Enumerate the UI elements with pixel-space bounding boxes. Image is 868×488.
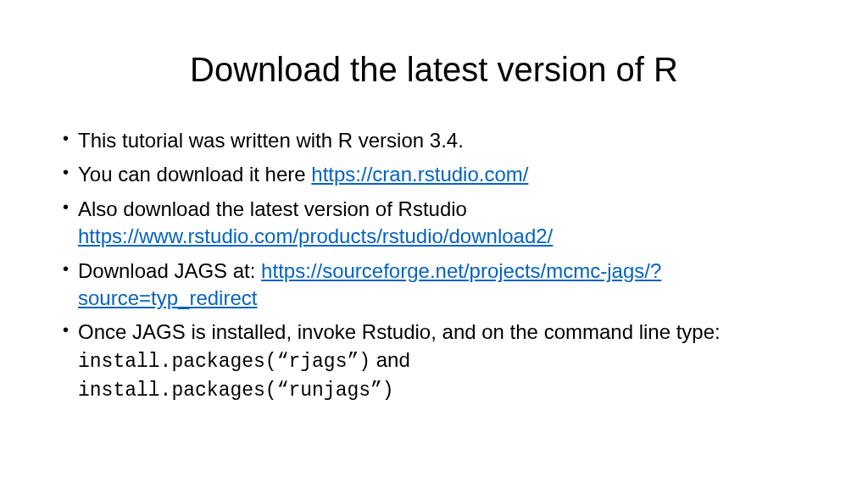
slide-title: Download the latest version of R: [59, 51, 809, 89]
bullet-text-prefix: You can download it here: [78, 163, 311, 186]
code-snippet-2: install.packages(“runjags”): [78, 380, 394, 402]
code-snippet-1: install.packages(“rjags”): [78, 351, 370, 373]
rstudio-link[interactable]: https://www.rstudio.com/products/rstudio…: [78, 225, 553, 247]
bullet-text-prefix: Also download the latest version of Rstu…: [78, 197, 467, 220]
cran-link[interactable]: https://cran.rstudio.com/: [311, 163, 528, 186]
bullet-text: This tutorial was written with R version…: [78, 129, 464, 152]
conjunction-and: and: [370, 348, 410, 371]
bullet-item-5: Once JAGS is installed, invoke Rstudio, …: [59, 319, 809, 403]
bullet-text-prefix: Once JAGS is installed, invoke Rstudio, …: [78, 320, 721, 343]
bullet-item-3: Also download the latest version of Rstu…: [59, 196, 809, 251]
bullet-text-prefix: Download JAGS at:: [78, 259, 261, 282]
bullet-item-2: You can download it here https://cran.rs…: [59, 161, 809, 188]
bullet-list: This tutorial was written with R version…: [59, 127, 809, 404]
bullet-item-1: This tutorial was written with R version…: [59, 127, 809, 154]
bullet-item-4: Download JAGS at: https://sourceforge.ne…: [59, 258, 809, 313]
